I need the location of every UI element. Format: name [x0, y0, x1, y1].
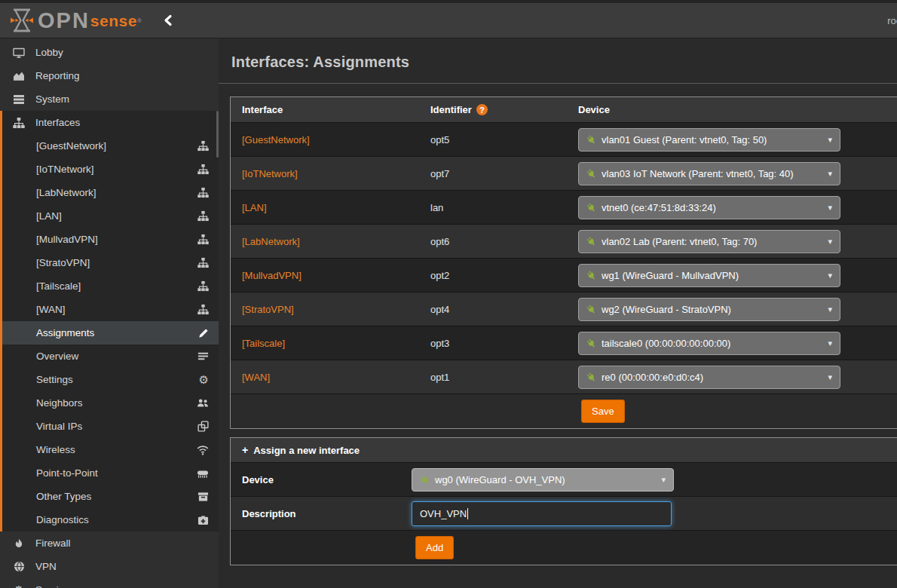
add-button[interactable]: Add [415, 536, 454, 559]
sidebar-item-interfaces[interactable]: Interfaces [2, 111, 219, 134]
assignments-table: Interface Identifier ? Device [GuestNetw… [230, 96, 897, 429]
registered-mark: ® [137, 17, 142, 24]
table-row: [LAN] lan vtnet0 (ce:47:51:8d:33:24) ▾ [231, 190, 897, 224]
interface-link[interactable]: [LabNetwork] [242, 236, 300, 247]
globe-icon [11, 561, 26, 572]
sitemap-icon [11, 117, 26, 129]
interface-link[interactable]: [Tailscale] [242, 338, 285, 349]
opnsense-logo[interactable]: OPNsense® [11, 7, 142, 34]
sidebar-item-services[interactable]: ⚙ Services [0, 578, 219, 588]
sidebar-item-label: Point-to-Point [36, 467, 98, 479]
wifi-icon [197, 445, 209, 455]
column-header-identifier: Identifier ? [419, 104, 567, 115]
sidebar-item-diagnostics[interactable]: Diagnostics [2, 508, 219, 531]
hourglass-logo-icon [11, 7, 33, 34]
sidebar-item-firewall[interactable]: Firewall [0, 531, 219, 555]
plug-icon [584, 234, 598, 248]
sidebar-item-other-types[interactable]: Other Types [2, 485, 219, 508]
sidebar-item-neighbors[interactable]: Neighbors [2, 391, 219, 415]
device-select[interactable]: wg1 (WireGuard - MullvadVPN) ▾ [578, 264, 840, 287]
caret-down-icon: ▾ [661, 475, 666, 485]
sidebar-item-vpn[interactable]: VPN [0, 555, 219, 578]
interface-link[interactable]: [LAN] [242, 202, 267, 213]
interface-link[interactable]: [WAN] [242, 372, 270, 383]
plug-icon [584, 133, 598, 146]
plug-icon [418, 473, 431, 486]
sidebar-item-lobby[interactable]: Lobby [0, 41, 219, 64]
sidebar-nav: Lobby Reporting System Inte [0, 38, 219, 588]
description-field-label: Description [231, 508, 412, 519]
gear-icon: ⚙ [11, 583, 26, 588]
device-select[interactable]: vlan01 Guest (Parent: vtnet0, Tag: 50) ▾ [578, 128, 840, 152]
medkit-icon [197, 515, 209, 525]
sidebar-item-tailscale[interactable]: [Tailscale] [2, 274, 219, 298]
sidebar-item-virtual-ips[interactable]: Virtual IPs [2, 415, 219, 438]
sidebar-item-iotnetwork[interactable]: [IoTNetwork] [2, 158, 219, 181]
sidebar-item-label: Virtual IPs [36, 421, 82, 432]
sidebar-item-label: Neighbors [36, 397, 83, 409]
sidebar-item-wireless[interactable]: Wireless [2, 438, 219, 461]
archive-icon [197, 492, 209, 502]
new-device-select[interactable]: wg0 (WireGuard - OVH_VPN) ▾ [412, 468, 674, 492]
description-input[interactable]: OVH_VPN [412, 501, 672, 526]
caret-down-icon: ▾ [828, 237, 832, 247]
top-header: OPNsense® roo [0, 0, 897, 38]
sidebar-collapse-button[interactable] [163, 14, 173, 26]
save-row: Save [231, 394, 897, 428]
table-header-row: Interface Identifier ? Device [231, 97, 897, 122]
brand-sense: sense [90, 13, 137, 29]
sidebar-item-label: VPN [35, 561, 57, 572]
sitemap-icon [197, 140, 209, 152]
interface-link[interactable]: [GuestNetwork] [242, 134, 310, 145]
sidebar-item-point-to-point[interactable]: Point-to-Point [2, 461, 219, 485]
sidebar-item-guestnetwork[interactable]: [GuestNetwork] [2, 134, 219, 158]
sidebar: Lobby Reporting System Inte [0, 38, 219, 588]
sidebar-item-stratovpn[interactable]: [StratoVPN] [2, 251, 219, 274]
device-select[interactable]: wg2 (WireGuard - StratoVPN) ▾ [578, 298, 840, 321]
column-header-interface: Interface [231, 104, 419, 115]
identifier-cell: opt3 [419, 338, 567, 349]
fire-icon [11, 537, 26, 550]
sidebar-item-settings[interactable]: Settings ⚙ [2, 368, 219, 391]
sidebar-item-label: Wireless [36, 444, 75, 455]
interface-link[interactable]: [StratoVPN] [242, 304, 294, 315]
identifier-cell: lan [419, 202, 567, 213]
device-select[interactable]: vlan03 IoT Network (Parent: vtnet0, Tag:… [578, 162, 840, 185]
table-row: [IoTNetwork] opt7 vlan03 IoT Network (Pa… [231, 156, 897, 190]
device-select[interactable]: re0 (00:00:00:e0:d0:c4) ▾ [578, 366, 840, 389]
pencil-icon [198, 328, 209, 338]
device-select[interactable]: vtnet0 (ce:47:51:8d:33:24) ▾ [578, 196, 840, 219]
sidebar-item-mullvadvpn[interactable]: [MullvadVPN] [2, 228, 219, 251]
sidebar-item-label: Services [35, 584, 75, 588]
sidebar-item-wan[interactable]: [WAN] [2, 298, 219, 321]
sidebar-item-label: Settings [36, 374, 73, 385]
device-select[interactable]: vlan02 Lab (Parent: vtnet0, Tag: 70) ▾ [578, 230, 840, 253]
sidebar-item-label: [GuestNetwork] [36, 140, 106, 152]
server-icon [11, 93, 26, 106]
chevron-left-icon [163, 14, 173, 26]
interface-link[interactable]: [MullvadVPN] [242, 270, 302, 281]
sitemap-icon [197, 304, 209, 315]
sidebar-item-assignments[interactable]: Assignments [2, 321, 219, 345]
reorder-icon [197, 351, 209, 362]
clone-icon [197, 421, 209, 432]
logged-in-user[interactable]: roo [887, 15, 897, 26]
sidebar-item-system[interactable]: System [0, 87, 219, 111]
sidebar-item-labnetwork[interactable]: [LabNetwork] [2, 181, 219, 204]
gears-icon: ⚙ [199, 373, 209, 387]
plus-icon: + [242, 444, 248, 456]
sidebar-item-label: [StratoVPN] [36, 257, 90, 268]
save-button[interactable]: Save [581, 400, 625, 423]
plug-icon [584, 370, 598, 384]
plug-icon [584, 268, 598, 282]
interface-link[interactable]: [IoTNetwork] [242, 168, 298, 179]
device-select[interactable]: tailscale0 (00:00:00:00:00:00) ▾ [578, 332, 840, 355]
sidebar-item-label: Lobby [35, 47, 63, 58]
table-row: [Tailscale] opt3 tailscale0 (00:00:00:00… [231, 326, 897, 360]
page-header: Interfaces: Assignments [219, 38, 897, 84]
sidebar-item-overview[interactable]: Overview [2, 345, 219, 368]
sidebar-item-reporting[interactable]: Reporting [0, 64, 219, 87]
sitemap-icon [197, 257, 209, 268]
sidebar-item-lan[interactable]: [LAN] [2, 204, 219, 228]
help-icon[interactable]: ? [476, 104, 488, 115]
